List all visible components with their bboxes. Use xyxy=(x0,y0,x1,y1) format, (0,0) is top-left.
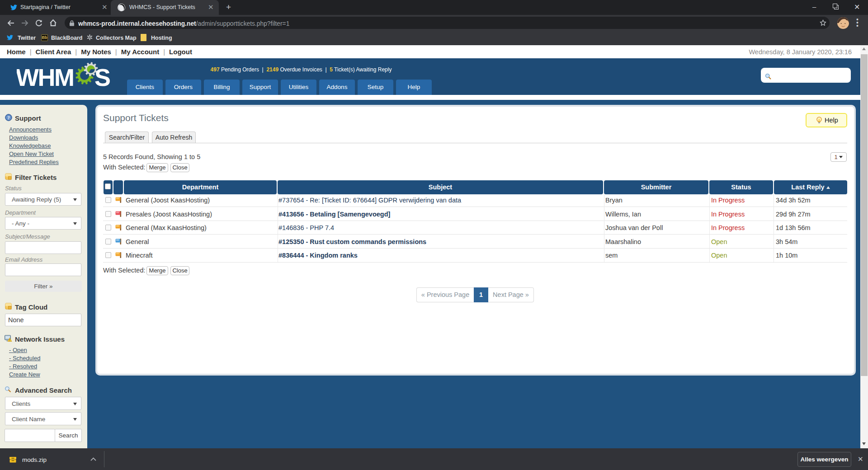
svg-text:?: ? xyxy=(8,115,10,120)
svg-text:!: ! xyxy=(9,338,10,342)
